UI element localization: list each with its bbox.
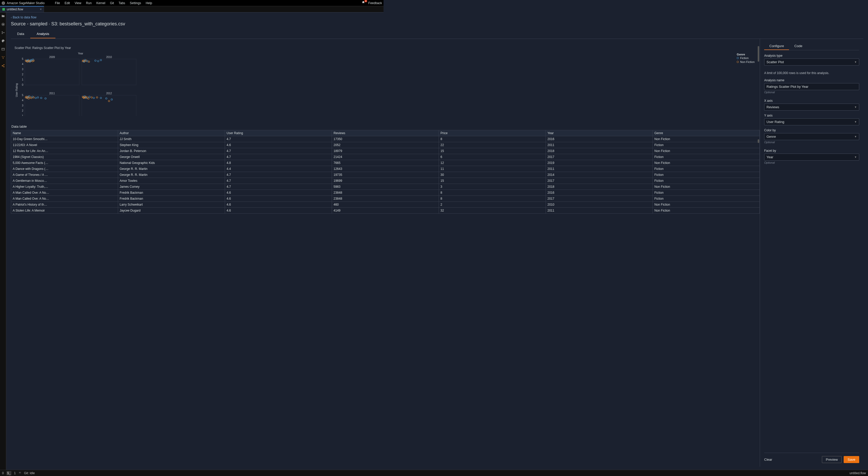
menu-view[interactable]: View [74, 1, 81, 5]
svg-point-93 [108, 100, 110, 102]
table-cell: 4.7 [225, 136, 332, 142]
table-row[interactable]: 1984 (Signet Classics)George Orwell4.721… [11, 154, 384, 160]
table-row[interactable]: A Game of Thrones / A …George R. R. Mart… [11, 172, 384, 178]
table-cell: 23848 [332, 190, 384, 196]
menu-run[interactable]: Run [86, 1, 92, 5]
table-row[interactable]: A Man Called Ove: A No…Fredrik Backman4.… [11, 196, 384, 202]
table-row[interactable]: 11/22/63: A NovelStephen King4.620522220… [11, 142, 384, 148]
svg-point-6 [4, 32, 4, 33]
table-cell: 1984 (Signet Classics) [11, 154, 118, 160]
menu-settings[interactable]: Settings [130, 1, 141, 5]
table-row[interactable]: A Gentleman in Mosco…Amor Towles4.719699… [11, 178, 384, 184]
feedback-link[interactable]: Feedback [368, 1, 382, 5]
menu-git[interactable]: Git [110, 1, 114, 5]
svg-rect-53 [25, 95, 79, 116]
left-activity-bar [0, 12, 6, 210]
table-cell: 4.4 [225, 166, 332, 172]
table-cell: A Dance with Dragons (… [11, 166, 118, 172]
table-cell: 18979 [332, 148, 384, 154]
svg-text:2010: 2010 [106, 56, 112, 59]
svg-point-12 [4, 64, 4, 65]
flow-file-icon [2, 8, 5, 11]
table-cell: 4.6 [225, 202, 332, 208]
svg-text:2: 2 [22, 73, 23, 76]
table-cell: A Man Called Ove: A No… [11, 196, 118, 202]
scatter-chart: YearUser Rating2009012345201020110123452… [14, 51, 253, 116]
table-row[interactable]: A Dance with Dragons (…George R. R. Mart… [11, 166, 384, 172]
table-cell: 5983 [332, 184, 384, 190]
column-header[interactable]: Author [118, 130, 225, 136]
palette-icon[interactable] [1, 39, 5, 43]
table-cell: 460 [332, 202, 384, 208]
column-header[interactable]: Name [11, 130, 118, 136]
chart-area: Scatter Plot: Ratings Scatter Plot by Ye… [11, 42, 383, 120]
table-cell: 23848 [332, 196, 384, 202]
table-row[interactable]: A Higher Loyalty: Truth,…James Comey4.75… [11, 184, 384, 190]
svg-point-89 [96, 97, 98, 98]
svg-rect-18 [25, 59, 79, 85]
table-cell: 4.6 [225, 196, 332, 202]
svg-rect-76 [82, 95, 136, 116]
table-cell: 4.7 [225, 172, 332, 178]
table-cell: 4.6 [225, 208, 332, 211]
table-cell: 4.6 [225, 142, 332, 148]
table-row[interactable]: 12 Rules for Life: An An…Jordan B. Peter… [11, 148, 384, 154]
table-cell: 17350 [332, 136, 384, 142]
table-cell: Fredrik Backman [118, 190, 225, 196]
share-icon[interactable] [1, 64, 5, 68]
column-header[interactable]: User Rating [225, 130, 332, 136]
data-table-label: Data table [11, 125, 383, 128]
panel-icon[interactable] [1, 47, 5, 51]
column-header[interactable]: Reviews [332, 130, 384, 136]
table-cell: James Comey [118, 184, 225, 190]
menubar: Amazon SageMaker Studio FileEditViewRunK… [0, 0, 383, 6]
chevron-left-icon: ‹ [11, 16, 12, 19]
svg-point-65 [28, 98, 30, 99]
svg-text:1: 1 [22, 78, 23, 81]
folder-icon[interactable] [1, 14, 5, 18]
menu-kernel[interactable]: Kernel [96, 1, 105, 5]
back-link[interactable]: ‹ Back to data flow [11, 16, 383, 19]
table-row[interactable]: A Patriot's History of th…Larry Schweika… [11, 202, 384, 208]
menu-file[interactable]: File [55, 1, 60, 5]
table-cell: Fredrik Backman [118, 196, 225, 202]
tab-data[interactable]: Data [11, 30, 30, 38]
table-cell: 4.7 [225, 154, 332, 160]
table-cell: 5,000 Awesome Facts (… [11, 160, 118, 166]
file-tab-label: untitled.flow [7, 7, 38, 11]
table-cell: George R. R. Martin [118, 172, 225, 178]
app-logo-icon [2, 1, 5, 5]
table-cell: 19735 [332, 172, 384, 178]
svg-point-86 [89, 96, 90, 98]
file-tab[interactable]: untitled.flow × [0, 6, 44, 12]
table-cell: A Gentleman in Mosco… [11, 178, 118, 184]
table-row[interactable]: 5,000 Awesome Facts (…National Geographi… [11, 160, 384, 166]
menu-edit[interactable]: Edit [64, 1, 70, 5]
svg-text:5: 5 [22, 58, 23, 60]
graph-icon[interactable] [1, 55, 5, 60]
svg-text:2011: 2011 [49, 92, 55, 95]
stop-icon[interactable] [1, 22, 5, 26]
table-row[interactable]: 10-Day Green Smoothi…JJ Smith4.717350820… [11, 136, 384, 142]
tab-analysis[interactable]: Analysis [30, 30, 55, 38]
data-table: NameAuthorUser RatingReviewsPriceYearGen… [11, 130, 383, 210]
table-cell: Stephen King [118, 142, 225, 148]
table-cell: George Orwell [118, 154, 225, 160]
table-cell: 21424 [332, 154, 384, 160]
table-cell: A Stolen Life: A Memoir [11, 208, 118, 211]
svg-point-87 [91, 97, 92, 98]
table-row[interactable]: A Man Called Ove: A No…Fredrik Backman4.… [11, 190, 384, 196]
svg-point-9 [2, 56, 2, 57]
svg-point-4 [2, 31, 2, 32]
svg-point-92 [111, 99, 113, 100]
notifications-icon[interactable]: 4 [362, 1, 365, 5]
svg-text:User Rating: User Rating [15, 83, 18, 97]
source-control-icon[interactable] [1, 31, 5, 35]
close-icon[interactable]: × [40, 7, 42, 11]
table-row[interactable]: A Stolen Life: A MemoirJaycee Dugard4.64… [11, 208, 384, 211]
svg-point-71 [35, 97, 36, 99]
svg-rect-1 [2, 8, 5, 10]
svg-point-49 [95, 60, 96, 61]
menu-help[interactable]: Help [146, 1, 152, 5]
menu-tabs[interactable]: Tabs [119, 1, 125, 5]
